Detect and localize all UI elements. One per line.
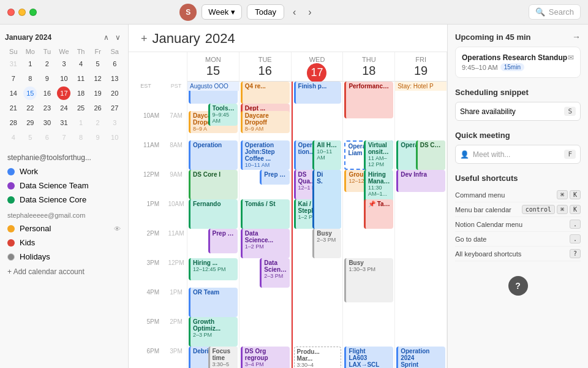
add-event-button[interactable]: + — [141, 33, 148, 45]
event-busy-thu[interactable]: Busy 1:30–3 PM — [344, 258, 393, 302]
event-datasm[interactable]: Di S. — [312, 170, 341, 229]
sidebar-calendar-item[interactable]: Personal👁 — [0, 221, 128, 236]
minimize-button[interactable] — [18, 9, 26, 16]
event-daycare-tue[interactable]: Daycare Dropoff 8–9 AM — [241, 111, 290, 133]
sidebar-calendar-item[interactable]: Kids — [0, 236, 128, 250]
event-busy-wed[interactable]: Busy 2–3 PM — [312, 229, 341, 258]
event-flight[interactable]: Flight LA603 LAX→SCL 3 PM — [344, 347, 393, 368]
event-prod[interactable]: Produ... Mar... 3:30–4 — [294, 347, 342, 368]
mini-cal-day[interactable]: 2 — [40, 57, 54, 71]
help-button[interactable]: ? — [508, 276, 528, 296]
add-calendar-button[interactable]: + Add calendar account — [0, 264, 128, 280]
mini-cal-day[interactable]: 4 — [7, 131, 20, 144]
event-operation-mon[interactable]: Operation — [189, 140, 238, 170]
share-availability-button[interactable]: Share availability S — [455, 102, 581, 121]
allday-hotel[interactable]: Stay: Hotel P — [395, 82, 447, 91]
event-datasci-tue[interactable]: Data Science... 1–2 PM — [241, 229, 290, 258]
week-selector[interactable]: Week ▾ — [202, 4, 242, 20]
mini-next[interactable]: ∨ — [113, 32, 123, 43]
event-fernando[interactable]: Fernando — [189, 199, 238, 229]
event-virtual[interactable]: Virtual onsite ... 11 AM–12 PM — [364, 140, 393, 170]
event-hiring-mon[interactable]: Hiring ... 12–12:45 PM — [189, 258, 238, 280]
search-box[interactable]: 🔍 Search — [529, 4, 581, 20]
sidebar-calendar-item[interactable]: Holidays — [0, 250, 128, 264]
event-orteam[interactable]: OR Team — [189, 288, 238, 317]
mini-cal-day[interactable]: 4 — [74, 57, 88, 71]
mini-cal-day[interactable]: 10 — [57, 72, 70, 85]
event-growth[interactable]: Growth Optimiz... 2–3 PM — [189, 317, 238, 347]
mini-cal-day[interactable]: 5 — [23, 131, 37, 144]
mini-cal-day[interactable]: 24 — [57, 101, 70, 115]
mini-cal-day[interactable]: 22 — [23, 101, 37, 115]
day-number[interactable]: 15 — [206, 63, 220, 78]
mini-cal-day[interactable]: 7 — [57, 131, 70, 144]
mini-cal-day[interactable]: 27 — [108, 101, 121, 115]
event-prep-tue[interactable]: Prep for A — [260, 170, 289, 185]
mini-cal-day[interactable]: 14 — [7, 86, 20, 100]
sidebar-calendar-item[interactable]: Data Science Team — [0, 178, 128, 193]
mini-cal-day[interactable]: 28 — [7, 116, 20, 129]
upcoming-arrow[interactable]: → — [572, 32, 581, 42]
next-button[interactable]: › — [304, 6, 315, 19]
close-button[interactable] — [7, 9, 15, 16]
event-taskbo[interactable]: 📌 Taskbo — [364, 199, 393, 229]
allday-augusto[interactable]: Augusto OOO — [187, 82, 239, 91]
mini-cal-day[interactable]: 6 — [108, 57, 121, 71]
event-tools[interactable]: Tools w... 9–9:45 AM — [208, 104, 238, 126]
day-number[interactable]: 16 — [258, 63, 272, 78]
mini-cal-day[interactable]: 12 — [91, 72, 105, 85]
mini-cal-day[interactable]: 30 — [40, 116, 54, 129]
mini-cal-day[interactable]: 2 — [91, 116, 105, 129]
mini-cal-day[interactable]: 1 — [74, 116, 88, 129]
mini-cal-day[interactable]: 1 — [23, 57, 37, 71]
mini-cal-day[interactable]: 19 — [91, 86, 105, 100]
day-number[interactable]: 19 — [414, 63, 428, 78]
mini-cal-day[interactable]: 29 — [23, 116, 37, 129]
event-sprint[interactable]: Operation 2024 Sprint Planning 3–5 PM — [396, 347, 445, 368]
mini-cal-day[interactable]: 16 — [40, 86, 54, 100]
event-prep[interactable]: Prep for A — [208, 229, 238, 253]
mini-cal-day[interactable]: 8 — [74, 131, 88, 144]
event-dscore-fri[interactable]: DS Core S — [416, 140, 445, 170]
mini-cal-day[interactable]: 31 — [7, 57, 20, 71]
event-tomas[interactable]: Tomás / St — [241, 199, 290, 229]
mini-cal-day[interactable]: 25 — [74, 101, 88, 115]
mini-prev[interactable]: ∧ — [101, 32, 111, 43]
mini-cal-day[interactable]: 26 — [91, 101, 105, 115]
event-perfrev[interactable]: Performance review talks — [344, 82, 393, 118]
meet-with-button[interactable]: 👤 Meet with... F — [455, 145, 581, 164]
day-number[interactable]: 17 — [307, 63, 326, 83]
mini-cal-day[interactable]: 7 — [7, 72, 20, 85]
mini-cal-day[interactable]: 20 — [108, 86, 121, 100]
mini-cal-day[interactable]: 5 — [91, 57, 105, 71]
mini-cal-day[interactable]: 9 — [91, 131, 105, 144]
mini-cal-day[interactable]: 3 — [57, 57, 70, 71]
mini-cal-day[interactable]: 8 — [23, 72, 37, 85]
mini-cal-day[interactable]: 3 — [108, 116, 121, 129]
mini-cal-day[interactable]: 18 — [74, 86, 88, 100]
mini-cal-day[interactable]: 15 — [23, 86, 37, 100]
maximize-button[interactable] — [29, 9, 37, 16]
event-allhands[interactable]: All Hands 10–11 AM — [312, 140, 341, 170]
event-focus[interactable]: Focus time 3:30–5 PM — [208, 347, 238, 368]
mini-cal-day[interactable]: 23 — [40, 101, 54, 115]
mini-cal-day[interactable]: 9 — [40, 72, 54, 85]
event-datasci2-tue[interactable]: Data Scienc... 2–3 PM — [260, 258, 289, 288]
mini-cal-day[interactable]: 17 — [57, 86, 70, 100]
mini-cal-day[interactable]: 11 — [74, 72, 88, 85]
event-q4[interactable]: Q4 re... — [241, 82, 290, 104]
mini-cal-day[interactable]: 31 — [57, 116, 70, 129]
event-johncoffee[interactable]: Operation John:Step Coffee ... 10–11 AM — [241, 140, 290, 170]
day-number[interactable]: 18 — [362, 63, 375, 78]
today-button[interactable]: Today — [247, 4, 284, 20]
mini-cal-day[interactable]: 13 — [108, 72, 121, 85]
mini-cal-day[interactable]: 10 — [108, 131, 121, 144]
event-dscore-mon[interactable]: DS Core I — [189, 170, 238, 199]
prev-button[interactable]: ‹ — [289, 6, 300, 19]
event-dsorg[interactable]: DS Org regroup 3–4 PM — [241, 347, 290, 368]
mini-cal-day[interactable]: 21 — [7, 101, 20, 115]
hide-icon[interactable]: 👁 — [114, 225, 121, 232]
event-devinfra[interactable]: Dev Infra — [396, 170, 445, 192]
event-finish[interactable]: Finish p... — [294, 82, 342, 104]
sidebar-calendar-item[interactable]: Work — [0, 164, 128, 178]
